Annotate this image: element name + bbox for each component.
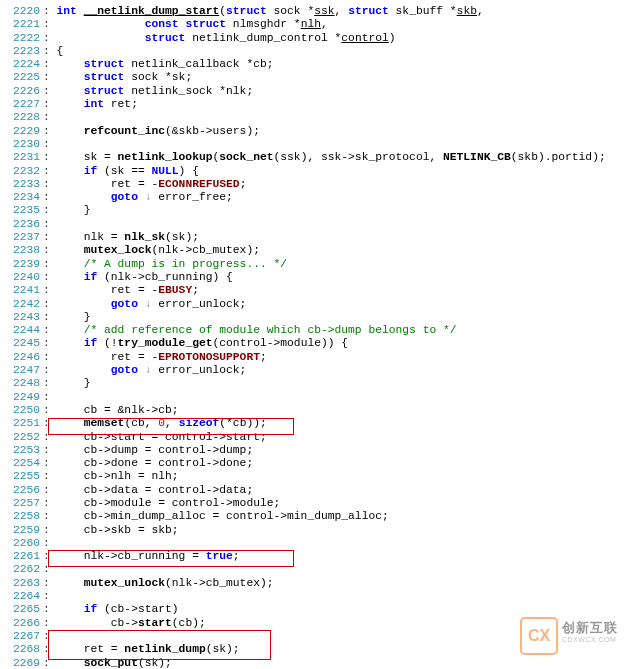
token: error_unlock;	[151, 364, 246, 376]
token	[57, 125, 84, 137]
line-number: 2235	[0, 204, 43, 217]
token	[57, 32, 145, 44]
line-number: 2255	[0, 470, 43, 483]
watermark-logo: CX	[520, 617, 558, 655]
code-line: 2269: sock_put(sk);	[0, 657, 636, 669]
token	[57, 71, 84, 83]
token: if	[84, 271, 98, 283]
token: (!	[97, 337, 117, 349]
line-number: 2220	[0, 5, 43, 18]
token: netlink_callback *cb;	[124, 58, 273, 70]
line-number: 2257	[0, 497, 43, 510]
token: sizeof	[179, 417, 220, 429]
code-line: 2224: struct netlink_callback *cb;	[0, 58, 636, 71]
token: struct	[226, 5, 267, 17]
token: ret = -	[57, 178, 159, 190]
code-line: 2247: goto ↓ error_unlock;	[0, 364, 636, 377]
token: cb->dump = control->dump;	[57, 444, 254, 456]
line-number: 2249	[0, 391, 43, 404]
token: (cb->start)	[97, 603, 178, 615]
token	[57, 271, 84, 283]
code-line: 2234: goto ↓ error_free;	[0, 191, 636, 204]
code-line: 2227: int ret;	[0, 98, 636, 111]
line-number: 2244	[0, 324, 43, 337]
token: if	[84, 165, 98, 177]
token	[57, 324, 84, 336]
line-number: 2233	[0, 178, 43, 191]
token: sk_buff *	[389, 5, 457, 17]
token: ;	[240, 178, 247, 190]
token: mutex_lock	[84, 244, 152, 256]
token: netlink_dump_control *	[185, 32, 341, 44]
token: cb->nlh = nlh;	[57, 470, 179, 482]
token: nlk_sk	[124, 231, 165, 243]
token: sk =	[57, 151, 118, 163]
code-line: 2258: cb->min_dump_alloc = control->min_…	[0, 510, 636, 523]
token: sock *sk;	[124, 71, 192, 83]
watermark-text: 创新互联	[562, 619, 618, 637]
code-line: 2263: mutex_unlock(nlk->cb_mutex);	[0, 577, 636, 590]
code-line: 2251: memset(cb, 0, sizeof(*cb));	[0, 417, 636, 430]
token: start	[138, 617, 172, 629]
line-number: 2238	[0, 244, 43, 257]
token	[57, 85, 84, 97]
token: cb->done = control->done;	[57, 457, 254, 469]
line-number: 2223	[0, 45, 43, 58]
token: (nlk->cb_running) {	[97, 271, 233, 283]
token	[57, 603, 84, 615]
line-number: 2237	[0, 231, 43, 244]
line-number: 2222	[0, 32, 43, 45]
token: nlh	[301, 18, 321, 30]
code-line: 2243: }	[0, 311, 636, 324]
token: goto	[111, 191, 138, 203]
token: netlink_lookup	[118, 151, 213, 163]
token: (*cb));	[219, 417, 266, 429]
token: (ssk), ssk->sk_protocol,	[274, 151, 443, 163]
token: sock_net	[219, 151, 273, 163]
line-number: 2247	[0, 364, 43, 377]
token: try_module_get	[118, 337, 213, 349]
token	[57, 657, 84, 669]
token: (&skb->users);	[165, 125, 260, 137]
code-line: 2229: refcount_inc(&skb->users);	[0, 125, 636, 138]
token: (control->module)) {	[213, 337, 349, 349]
token: mutex_unlock	[84, 577, 165, 589]
token: refcount_inc	[84, 125, 165, 137]
token: struct	[185, 18, 226, 30]
token: }	[57, 204, 91, 216]
token: EPROTONOSUPPORT	[158, 351, 260, 363]
token: ssk	[314, 5, 334, 17]
token: cb->start = control->start;	[57, 431, 267, 443]
token	[138, 191, 145, 203]
line-number: 2256	[0, 484, 43, 497]
token: nlmsghdr *	[226, 18, 301, 30]
token: goto	[111, 364, 138, 376]
line-number: 2239	[0, 258, 43, 271]
token: cb->skb = skb;	[57, 524, 179, 536]
token: (skb).portid);	[511, 151, 606, 163]
code-line: 2265: if (cb->start)	[0, 603, 636, 616]
token: ret = -	[57, 284, 159, 296]
code-line: 2237: nlk = nlk_sk(sk);	[0, 231, 636, 244]
token	[138, 364, 145, 376]
line-number: 2267	[0, 630, 43, 643]
token: ,	[335, 5, 349, 17]
token: (sk ==	[97, 165, 151, 177]
code-line: 2246: ret = -EPROTONOSUPPORT;	[0, 351, 636, 364]
code-line: 2242: goto ↓ error_unlock;	[0, 298, 636, 311]
code-line: 2226: struct netlink_sock *nlk;	[0, 85, 636, 98]
token	[57, 98, 84, 110]
token: ECONNREFUSED	[158, 178, 239, 190]
token	[57, 58, 84, 70]
code-line: 2233: ret = -ECONNREFUSED;	[0, 178, 636, 191]
token: ret = -	[57, 351, 159, 363]
code-line: 2222: struct netlink_dump_control *contr…	[0, 32, 636, 45]
token	[57, 258, 84, 270]
token: }	[57, 377, 91, 389]
token: if	[84, 337, 98, 349]
token: sock_put	[84, 657, 138, 669]
line-number: 2229	[0, 125, 43, 138]
token: ,	[321, 18, 328, 30]
token: nlk =	[57, 231, 125, 243]
token: ret =	[57, 643, 125, 655]
